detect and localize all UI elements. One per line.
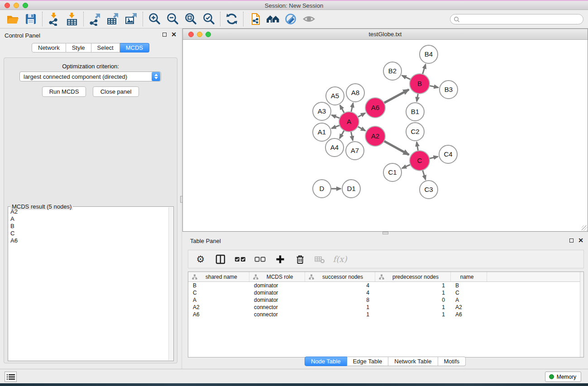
graph-node-A7[interactable]: A7 <box>346 142 364 160</box>
graph-node-A2[interactable]: A2 <box>365 126 385 146</box>
save-session-button[interactable] <box>22 11 40 27</box>
graph-node-B[interactable]: B <box>410 74 430 94</box>
graph-edge-A-A1[interactable] <box>331 125 339 129</box>
graph-edge-A-A6[interactable] <box>358 113 365 117</box>
column-header-shared-name[interactable]: shared name <box>188 272 249 281</box>
column-header-MCDS-role[interactable]: MCDS role <box>249 272 305 281</box>
tab-network-table[interactable]: Network Table <box>388 357 438 366</box>
table-settings-button[interactable]: ⚙ <box>194 253 207 266</box>
graph-node-A3[interactable]: A3 <box>313 102 331 120</box>
zoom-out-button[interactable] <box>163 11 182 27</box>
window-resize-grip[interactable] <box>582 225 587 231</box>
tab-mcds[interactable]: MCDS <box>120 43 149 52</box>
float-table-panel-icon[interactable] <box>569 238 574 243</box>
graph-node-A6[interactable]: A6 <box>365 98 385 118</box>
graph-node-D1[interactable]: D1 <box>342 180 360 198</box>
tab-motifs[interactable]: Motifs <box>438 357 466 366</box>
graph-node-B3[interactable]: B3 <box>440 81 458 99</box>
column-header-name[interactable]: name <box>451 272 487 281</box>
search-input[interactable] <box>460 15 583 24</box>
criterion-select[interactable]: largest connected component (directed) <box>19 71 161 81</box>
graph-edge-C-C3[interactable] <box>423 170 426 180</box>
memory-button[interactable]: Memory <box>545 372 581 382</box>
mcds-result-item[interactable]: C <box>10 230 168 237</box>
graph-edge-A-A5[interactable] <box>340 105 344 113</box>
mcds-result-item[interactable]: A <box>10 215 168 223</box>
tab-select[interactable]: Select <box>91 43 120 52</box>
column-header-successor-nodes[interactable]: successor nodes <box>305 272 375 281</box>
graph-node-C4[interactable]: C4 <box>439 145 457 163</box>
graph-edge-A2-C[interactable] <box>384 141 409 155</box>
export-image-button[interactable] <box>122 11 140 27</box>
hide-annotations-button[interactable] <box>282 11 300 27</box>
close-panel-icon[interactable]: ✕ <box>171 32 177 37</box>
task-history-button[interactable] <box>5 372 17 382</box>
graph-node-D[interactable]: D <box>313 180 331 198</box>
graph-edge-A6-B[interactable] <box>384 90 409 103</box>
show-hidden-button[interactable] <box>300 11 318 27</box>
close-table-panel-icon[interactable]: ✕ <box>578 238 583 243</box>
graph-edge-B-B4[interactable] <box>422 64 425 74</box>
graph-edge-A-A3[interactable] <box>331 115 339 118</box>
graph-node-C3[interactable]: C3 <box>420 181 438 199</box>
graph-edge-A-A8[interactable] <box>351 103 353 112</box>
graph-node-C2[interactable]: C2 <box>406 123 424 141</box>
graph-edge-A-A4[interactable] <box>339 130 344 138</box>
graph-node-A[interactable]: A <box>339 112 359 132</box>
refresh-view-button[interactable] <box>223 11 241 27</box>
mcds-result-item[interactable]: A2 <box>10 208 168 215</box>
graph-edge-C-C1[interactable] <box>402 165 411 168</box>
select-all-button[interactable] <box>234 253 247 266</box>
reset-home-button[interactable] <box>264 11 282 27</box>
deselect-all-button[interactable] <box>253 253 267 266</box>
zoom-in-button[interactable] <box>145 11 163 27</box>
show-columns-button[interactable] <box>214 253 227 266</box>
table-row[interactable]: A2connector11A2 <box>188 304 583 311</box>
zoom-selected-button[interactable] <box>200 11 218 27</box>
export-table-button[interactable] <box>104 11 122 27</box>
export-network-button[interactable] <box>86 11 104 27</box>
add-column-button[interactable] <box>273 253 287 266</box>
graph-node-C1[interactable]: C1 <box>383 163 402 181</box>
graph-edge-A-A7[interactable] <box>351 132 353 141</box>
graph-node-A1[interactable]: A1 <box>313 123 331 141</box>
tab-edge-table[interactable]: Edge Table <box>347 357 388 366</box>
mcds-result-item[interactable]: A6 <box>10 237 168 244</box>
zoom-fit-button[interactable] <box>182 11 200 27</box>
tab-network[interactable]: Network <box>32 43 66 52</box>
table-row[interactable]: Bdominator41B <box>188 282 583 289</box>
clone-network-button[interactable] <box>246 11 264 27</box>
tab-node-table[interactable]: Node Table <box>305 357 347 366</box>
graph-edge-B-B3[interactable] <box>430 86 439 87</box>
graph-node-A8[interactable]: A8 <box>346 84 364 102</box>
network-canvas[interactable]: B4B2BB3A8A5A6A3B1AA1C2A2A4A7C4CC1C3DD1 <box>183 40 588 231</box>
graph-edge-A-A2[interactable] <box>358 127 365 131</box>
graph-node-B4[interactable]: B4 <box>420 45 438 63</box>
graph-edge-B-B2[interactable] <box>402 76 411 80</box>
delete-column-button[interactable] <box>293 253 307 266</box>
graph-node-C[interactable]: C <box>410 151 430 171</box>
column-header-predecessor-nodes[interactable]: predecessor nodes <box>375 272 451 281</box>
table-row[interactable]: A6connector11A6 <box>188 311 583 318</box>
graph-node-B2[interactable]: B2 <box>383 62 402 80</box>
graph-node-A4[interactable]: A4 <box>325 138 344 157</box>
mcds-scrollbar[interactable] <box>168 207 173 360</box>
search-field[interactable] <box>450 14 583 24</box>
mcds-result-item[interactable]: B <box>10 223 168 230</box>
delete-table-button[interactable] <box>313 253 327 266</box>
table-row[interactable]: Adominator80A <box>188 296 583 304</box>
graph-edge-C-C2[interactable] <box>417 142 418 151</box>
graph-edge-B-B1[interactable] <box>417 94 418 102</box>
function-builder-button[interactable]: f(x) <box>333 253 347 266</box>
graph-node-A5[interactable]: A5 <box>326 87 344 105</box>
open-session-button[interactable] <box>4 11 22 27</box>
graph-node-B1[interactable]: B1 <box>406 103 424 121</box>
table-scrollbar[interactable] <box>580 272 583 357</box>
import-table-button[interactable] <box>63 11 81 27</box>
close-panel-button[interactable]: Close panel <box>93 86 139 97</box>
run-mcds-button[interactable]: Run MCDS <box>42 86 86 97</box>
import-network-button[interactable] <box>45 11 63 27</box>
graph-edge-C-C4[interactable] <box>429 157 438 158</box>
tab-style[interactable]: Style <box>66 43 91 52</box>
float-panel-icon[interactable] <box>163 33 167 37</box>
